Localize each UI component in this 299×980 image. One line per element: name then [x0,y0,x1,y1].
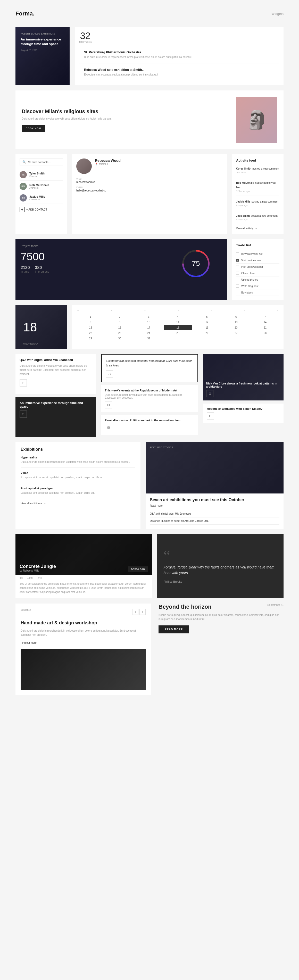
calendar-cell[interactable]: 21 [251,325,280,330]
calendar-cell[interactable]: 29 [76,336,105,341]
art2-icon[interactable]: ⊡ [207,412,280,420]
calendar-cell[interactable]: 4 [164,314,192,319]
art-img-card-1: Nick Van Clore shows a fresh new look at… [203,354,284,401]
calendar-cell[interactable]: 10 [135,320,163,325]
panel-icon[interactable]: ⊡ [105,424,194,431]
art1-icon[interactable]: ⊡ [206,390,281,397]
todo-checkbox[interactable] [236,252,239,255]
calendar-cell[interactable]: 23 [105,331,134,336]
search-bar[interactable]: 🔍 [19,159,63,165]
todo-item[interactable]: Pick up newspaper [236,264,280,270]
calendar-cell[interactable]: 17 [135,325,163,330]
news-count-label: Total Tickets [79,41,92,43]
contacts-list: TS Tyler Smith Director RM Rob McDonald … [19,169,63,204]
calendar-cell[interactable]: 27 [222,331,250,336]
calendar-cell[interactable]: 6 [222,314,250,319]
activity-author: Jack Smith posted a new comment [236,213,280,218]
featured-list-item[interactable]: Distorted Illusions to debut on Art Expo… [150,517,280,525]
calendar-cell[interactable]: 15 [76,325,105,330]
news-item-1: St. Petersburg Philharmonic Orchestra...… [79,46,280,64]
contact-item[interactable]: TS Tyler Smith Director [19,169,63,181]
download-button[interactable]: DOWNLOAD [128,566,148,572]
featured-list: Q&A with digital artist Mia JoanescuDist… [150,510,280,525]
calendar-widget: M T W T F S S 12345678910111213141516171… [72,305,283,349]
contact-item[interactable]: RM Rob McDonald Architect [19,181,63,192]
todo-checkbox[interactable] [236,291,239,294]
calendar-cell[interactable]: 7 [251,314,280,319]
todo-text: Upload photos [241,278,258,281]
find-out-more-link[interactable]: Find out more [21,641,37,644]
featured-read-more[interactable]: Read more [150,504,280,507]
todo-item[interactable]: Clean office [236,270,280,277]
sub1-icon[interactable]: ⊡ [105,401,194,409]
exhibitions-title: Exhibitions [21,447,135,452]
read-more-button[interactable]: READ MORE [159,625,189,633]
view-all-exhibitions-button[interactable]: View all exhibitions → [21,502,135,505]
article-2-icon[interactable]: ⊡ [19,410,92,418]
article-icon-dark[interactable]: ⊡ [19,410,27,418]
todo-item[interactable]: Visit marine class [236,257,280,264]
workshop-controls: ‹ › [132,609,146,615]
contact-item[interactable]: JM Jackie Mills Contractor [19,192,63,204]
todo-item[interactable]: Write blog post [236,283,280,290]
next-button[interactable]: › [140,609,146,615]
profile-card: Rebecca Wood 📍 Miami, FL Web rebeccawood… [72,154,227,234]
section-exhibitions: Exhibitions Hyperreality Duis aute irure… [16,442,283,529]
calendar-cell[interactable]: 16 [105,325,134,330]
hero-tag: Robert Blake's exhibition: [21,32,64,35]
todo-checkbox[interactable] [236,265,239,268]
activity-time: 12 hours ago [236,190,280,192]
contact-name: Jackie Mills [29,195,45,198]
calendar-cell[interactable]: 24 [135,331,163,336]
book-now-button[interactable]: BOOK NOW [22,125,45,132]
todo-checkbox[interactable] [236,272,239,275]
search-input[interactable] [28,161,60,164]
stat-inprogress: 380 In progress [35,266,49,273]
view-all-activity[interactable]: View all activity → [236,227,280,230]
quote-text: Excepteur sint occaecat cupidatat non pr… [106,359,193,368]
calendar-cell[interactable]: 18 [164,325,192,330]
add-contact-button[interactable]: + + ADD CONTACT [19,207,63,212]
article-1-icon[interactable]: ⊡ [19,379,27,387]
todo-item[interactable]: Buy watercolor set [236,251,280,257]
quote-share-icon[interactable]: ⊡ [106,370,113,377]
calendar-cell[interactable]: 11 [164,320,192,325]
calendar-cell[interactable]: 8 [76,320,105,325]
calendar-cell[interactable]: 3 [135,314,163,319]
calendar-cell[interactable]: 22 [76,331,105,336]
sub1-share-icon[interactable]: ⊡ [105,401,112,409]
download-card: Concrete Jungle by Rebecca Mills DOWNLOA… [16,534,152,598]
profile-email-field: Email hello@rebeccawoodart.co [76,186,223,192]
todo-checkbox[interactable] [236,278,239,281]
calendar-cell[interactable]: 9 [105,320,134,325]
todo-item[interactable]: Upload photos [236,277,280,283]
calendar-cell[interactable]: 14 [251,320,280,325]
todo-checkbox[interactable] [236,259,239,262]
todo-text: Buy fabric [241,291,253,294]
todo-checkbox[interactable] [236,285,239,288]
download-count: 2PC [38,577,42,579]
calendar-cell[interactable]: 25 [164,331,192,336]
calendar-cell[interactable]: 2 [105,314,134,319]
art1-share-icon[interactable]: ⊡ [206,390,213,397]
calendar-cell[interactable]: 5 [192,314,221,319]
calendar-cell[interactable]: 30 [105,336,134,341]
calendar-cell[interactable]: 31 [135,336,163,341]
calendar-cell[interactable]: 1 [76,314,105,319]
progress-value: 75 [192,259,200,268]
panel-share-icon[interactable]: ⊡ [105,424,112,431]
featured-list-item[interactable]: Q&A with digital artist Mia Joanescu [150,510,280,517]
art2-share-icon[interactable]: ⊡ [207,412,214,420]
quote-icon[interactable]: ⊡ [106,370,193,377]
calendar-cell[interactable]: 28 [251,331,280,336]
calendar-cell[interactable]: 13 [222,320,250,325]
beyond-panel: Beyond the horizon September 21 Neque po… [156,603,283,695]
prev-button[interactable]: ‹ [132,609,138,615]
todo-item[interactable]: Buy fabric [236,290,280,296]
download-format: flac [19,577,23,579]
calendar-cell[interactable]: 19 [192,325,221,330]
calendar-cell[interactable]: 20 [222,325,250,330]
calendar-cell[interactable]: 26 [192,331,221,336]
activity-panel: Activity feed Corey Smith posted a new c… [232,154,283,234]
calendar-cell[interactable]: 12 [192,320,221,325]
